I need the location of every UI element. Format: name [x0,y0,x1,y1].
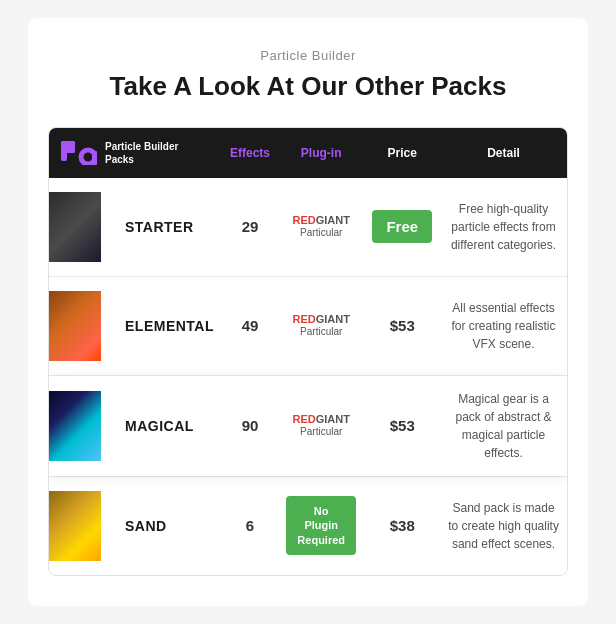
svg-rect-5 [92,151,97,165]
price-cell: Free [364,178,440,277]
pack-cell: STARTER [49,178,222,277]
detail-cell: Free high-quality particle effects from … [440,178,567,277]
detail-text: All essential effects for creating reali… [448,299,559,353]
pack-name: SAND [113,518,167,534]
redgiant-label: REDGIANT Particular [286,313,356,338]
pack-name-wrap: STARTER [101,219,194,235]
col-header-plugin: Plug-in [278,128,364,178]
detail-text: Magical gear is a pack of abstract & mag… [448,390,559,462]
pack-name-wrap: SAND [101,518,167,534]
price-cell: $38 [364,476,440,575]
plugin-cell: REDGIANT Particular [278,276,364,375]
pack-cell: SAND [49,476,222,575]
free-badge: Free [372,210,432,243]
table-header-row: Particle Builder Packs Effects Plug-in P… [49,128,567,178]
pack-name: MAGICAL [113,418,194,434]
comparison-table: Particle Builder Packs Effects Plug-in P… [49,128,567,575]
table-body: STARTER 29 REDGIANT Particular FreeFree … [49,178,567,575]
table-row: STARTER 29 REDGIANT Particular FreeFree … [49,178,567,277]
col-header-price: Price [364,128,440,178]
detail-cell: Sand pack is made to create high quality… [440,476,567,575]
price-cell: $53 [364,375,440,476]
main-title: Take A Look At Our Other Packs [48,71,568,102]
pack-row: STARTER [49,192,214,262]
pack-name-wrap: ELEMENTAL [101,318,214,334]
pack-name: ELEMENTAL [113,318,214,334]
price-value: $53 [390,317,415,334]
pack-row: SAND [49,491,214,561]
comparison-table-wrapper: Particle Builder Packs Effects Plug-in P… [48,127,568,576]
subtitle: Particle Builder [48,48,568,63]
effects-cell: 6 [222,476,278,575]
detail-cell: All essential effects for creating reali… [440,276,567,375]
table-row: SAND 6No PluginRequired$38Sand pack is m… [49,476,567,575]
col-header-detail: Detail [440,128,567,178]
redgiant-label: REDGIANT Particular [286,214,356,239]
main-container: Particle Builder Take A Look At Our Othe… [28,18,588,605]
effects-count: 29 [242,218,259,235]
no-plugin-badge: No PluginRequired [286,496,356,555]
plugin-cell: REDGIANT Particular [278,178,364,277]
effects-count: 6 [246,517,254,534]
col-header-effects: Effects [222,128,278,178]
logo-wrap: Particle Builder Packs [61,140,214,166]
plugin-cell: REDGIANT Particular [278,375,364,476]
effects-cell: 29 [222,178,278,277]
plugin-cell: No PluginRequired [278,476,364,575]
pack-row: ELEMENTAL [49,291,214,361]
svg-rect-3 [61,147,75,153]
pack-name: STARTER [113,219,194,235]
pack-name-wrap: MAGICAL [101,418,194,434]
table-row: MAGICAL 90 REDGIANT Particular $53Magica… [49,375,567,476]
effects-cell: 49 [222,276,278,375]
effects-count: 49 [242,317,259,334]
detail-text: Sand pack is made to create high quality… [448,499,559,553]
logo-icon [61,141,97,165]
pack-thumbnail [49,291,101,361]
logo-text: Particle Builder Packs [105,140,178,166]
price-value: $53 [390,417,415,434]
effects-cell: 90 [222,375,278,476]
table-row: ELEMENTAL 49 REDGIANT Particular $53All … [49,276,567,375]
pack-cell: MAGICAL [49,375,222,476]
detail-text: Free high-quality particle effects from … [448,200,559,254]
price-value: $38 [390,517,415,534]
pack-thumbnail [49,192,101,262]
logo-header: Particle Builder Packs [49,128,222,178]
detail-cell: Magical gear is a pack of abstract & mag… [440,375,567,476]
pack-thumbnail [49,391,101,461]
pack-thumbnail [49,491,101,561]
price-cell: $53 [364,276,440,375]
redgiant-label: REDGIANT Particular [286,413,356,438]
pack-row: MAGICAL [49,391,214,461]
pack-cell: ELEMENTAL [49,276,222,375]
effects-count: 90 [242,417,259,434]
